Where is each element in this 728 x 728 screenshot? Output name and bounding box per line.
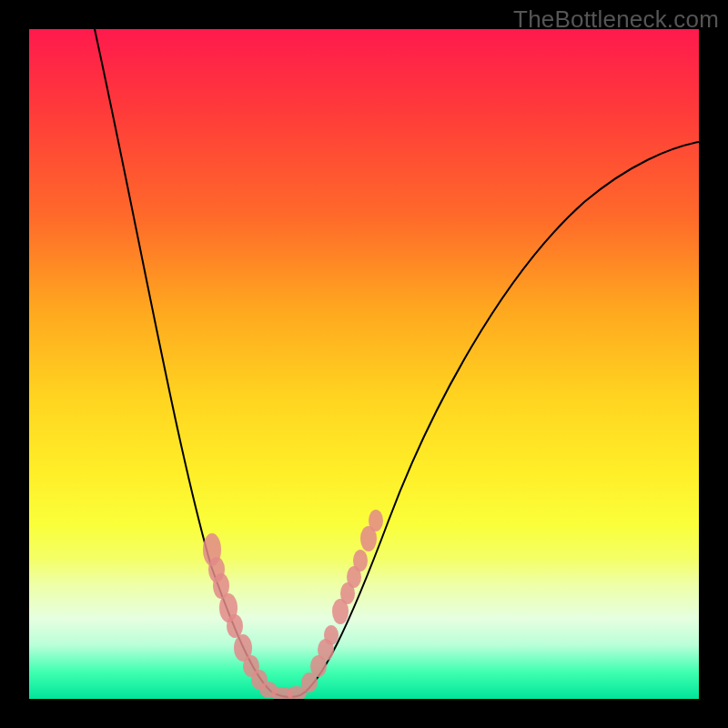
marker-right-9 (369, 510, 383, 531)
chart-container: TheBottleneck.com (0, 0, 728, 728)
marker-right-7 (353, 550, 368, 571)
marker-left-4 (227, 614, 243, 638)
chart-svg (29, 29, 699, 699)
plot-area (29, 29, 699, 699)
bottleneck-curve (95, 29, 699, 697)
marker-right-3 (324, 625, 339, 645)
